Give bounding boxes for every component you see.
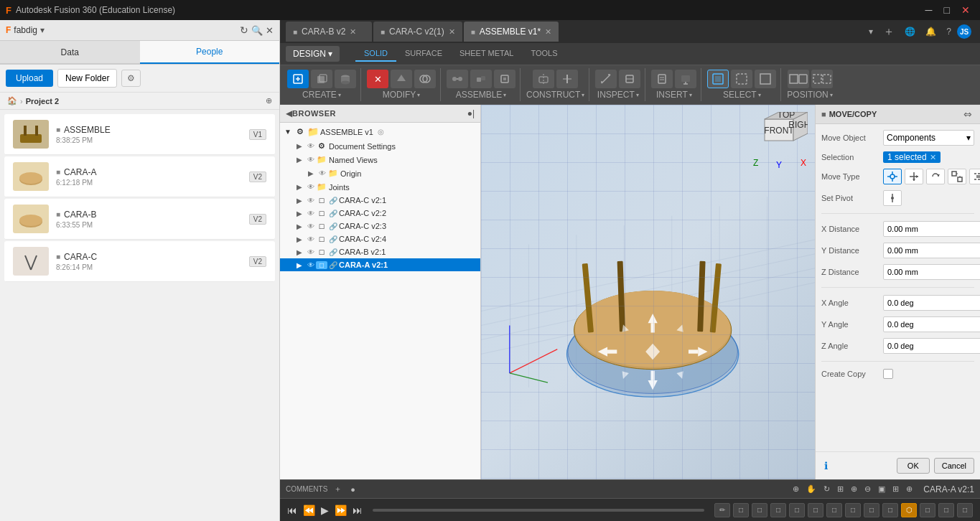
position-capture-icon[interactable] <box>788 70 809 88</box>
timeline-component-6-icon[interactable]: □ <box>826 503 842 517</box>
tab-data[interactable]: Data <box>0 41 140 64</box>
select-single-icon[interactable] <box>707 70 729 88</box>
file-item-cara-c[interactable]: ■ CARA-C 8:26:14 PM V2 <box>4 241 275 282</box>
cara-b-v2-1-eye-icon[interactable]: 👁 <box>307 248 314 256</box>
comment-settings-button[interactable]: ● <box>348 485 358 494</box>
browser-options-button[interactable]: ● <box>467 108 472 118</box>
timeline-component-5-icon[interactable]: □ <box>808 503 823 517</box>
timeline-sketch-icon[interactable]: ✏ <box>714 503 730 517</box>
viewport-orbit-button[interactable]: ↻ <box>821 484 832 494</box>
cancel-button[interactable]: Cancel <box>934 458 974 474</box>
root-expand-icon[interactable]: ▼ <box>283 128 293 136</box>
move-type-free-icon[interactable] <box>883 169 902 184</box>
cara-a-v2-1-eye-icon[interactable]: 👁 <box>307 261 314 269</box>
create-cylinder-icon[interactable] <box>335 70 356 88</box>
viewport-grid-button[interactable]: ⊞ <box>890 484 901 494</box>
cara-c-v2-2-eye-icon[interactable]: 👁 <box>307 210 314 217</box>
user-dropdown-icon[interactable]: ▾ <box>40 25 45 35</box>
cara-c-v2-1-eye-icon[interactable]: 👁 <box>307 197 314 205</box>
position-ground-icon[interactable] <box>811 70 833 88</box>
close-button[interactable]: ✕ <box>957 4 974 16</box>
tree-item-cara-c-v2-3[interactable]: ▶ 👁 □ 🔗 CARA-C v2:3 <box>280 220 480 233</box>
joints-expand-icon[interactable]: ▶ <box>294 183 304 191</box>
cara-c-v2-4-expand-icon[interactable]: ▶ <box>294 235 304 243</box>
cara-c-v2-4-eye-icon[interactable]: 👁 <box>307 235 314 243</box>
select-window-icon[interactable] <box>731 70 752 88</box>
playback-prev-button[interactable]: ⏪ <box>303 504 315 516</box>
timeline-component-8-icon[interactable]: □ <box>864 503 879 517</box>
timeline-component-2-icon[interactable]: □ <box>752 503 767 517</box>
position-dropdown-icon[interactable]: ▾ <box>830 92 833 98</box>
origin-eye-icon[interactable]: 👁 <box>319 169 326 177</box>
tree-item-cara-a-v2-1[interactable]: ▶ 👁 □ 🔗 CARA-A v2:1 <box>280 258 480 271</box>
modify-combine-icon[interactable] <box>414 70 436 88</box>
modify-dropdown-icon[interactable]: ▾ <box>417 92 420 98</box>
z-distance-input[interactable] <box>883 264 980 280</box>
construct-axis-icon[interactable] <box>556 70 578 88</box>
settings-icon-button[interactable]: ⚙ <box>121 70 141 87</box>
cara-c-v2-1-expand-icon[interactable]: ▶ <box>294 197 304 205</box>
cara-a-v2-1-expand-icon[interactable]: ▶ <box>294 261 304 269</box>
timeline-component-3-icon[interactable]: □ <box>770 503 786 517</box>
cara-c-v2-3-expand-icon[interactable]: ▶ <box>294 222 304 230</box>
tab-cara-b-v2[interactable]: ■ CARA-B v2 ✕ <box>286 22 372 42</box>
assemble-component-icon[interactable] <box>494 70 515 88</box>
browser-close-button[interactable]: | <box>472 108 475 118</box>
upload-button[interactable]: Upload <box>6 70 53 87</box>
set-pivot-button[interactable] <box>883 190 902 206</box>
help-button[interactable]: ? <box>942 27 956 37</box>
tree-item-origin[interactable]: ▶ 👁 📁 Origin <box>280 166 480 180</box>
create-box-icon[interactable] <box>311 70 332 88</box>
origin-expand-icon[interactable]: ▶ <box>306 169 316 177</box>
add-comment-button[interactable]: ＋ <box>332 484 344 494</box>
assemble-dropdown-icon[interactable]: ▾ <box>503 92 506 98</box>
timeline-active-icon[interactable]: ⬡ <box>901 503 917 517</box>
playback-next-button[interactable]: ⏩ <box>335 504 347 516</box>
tab-cara-c-v2-1[interactable]: ■ CARA-C v2(1) ✕ <box>373 22 462 42</box>
tree-item-cara-b-v2-1[interactable]: ▶ 👁 □ 🔗 CARA-B v2:1 <box>280 245 480 258</box>
tree-item-cara-c-v2-4[interactable]: ▶ 👁 □ 🔗 CARA-C v2:4 <box>280 233 480 245</box>
browser-collapse-button[interactable]: ◀ <box>286 108 292 118</box>
viewport-zoom-out-button[interactable]: ⊖ <box>862 484 873 494</box>
cara-b-v2-1-expand-icon[interactable]: ▶ <box>294 248 304 256</box>
assemble-tab-close-icon[interactable]: ✕ <box>545 27 551 37</box>
modify-push-pull-icon[interactable] <box>391 70 412 88</box>
doc-settings-expand-icon[interactable]: ▶ <box>294 142 304 150</box>
move-type-rotate-icon[interactable] <box>926 169 945 184</box>
playback-to-start-button[interactable]: ⏮ <box>287 504 297 516</box>
tab-dropdown-button[interactable]: ▾ <box>864 27 877 37</box>
inspect-dropdown-icon[interactable]: ▾ <box>636 92 639 98</box>
tree-root-assemble[interactable]: ▼ ⚙ 📁 ASSEMBLE v1 ◎ <box>280 124 480 139</box>
left-panel-close-button[interactable]: ✕ <box>266 25 274 36</box>
tree-item-named-views[interactable]: ▶ 👁 📁 Named Views <box>280 153 480 166</box>
timeline-component-10-icon[interactable]: □ <box>920 503 935 517</box>
create-new-icon[interactable] <box>287 70 309 88</box>
named-views-eye-icon[interactable]: 👁 <box>307 156 314 164</box>
breadcrumb-home-icon[interactable]: 🏠 <box>7 96 17 105</box>
timeline-component-7-icon[interactable]: □ <box>845 503 861 517</box>
new-folder-button[interactable]: New Folder <box>57 69 117 88</box>
window-controls[interactable]: ─ □ ✕ <box>921 4 974 16</box>
tab-add-button[interactable]: ＋ <box>879 24 899 39</box>
breadcrumb-project[interactable]: Project 2 <box>26 97 59 105</box>
move-type-translate-icon[interactable] <box>905 169 923 184</box>
viewport-zoom-in-button[interactable]: ⊕ <box>849 484 859 494</box>
selection-clear-button[interactable]: ✕ <box>930 153 936 162</box>
move-type-align-icon[interactable] <box>969 169 980 184</box>
tree-item-doc-settings[interactable]: ▶ 👁 ⚙ Document Settings <box>280 139 480 153</box>
move-type-scale-icon[interactable] <box>948 169 966 184</box>
joints-eye-icon[interactable]: 👁 <box>307 183 314 191</box>
insert-dropdown-icon[interactable]: ▾ <box>689 92 692 98</box>
construct-plane-icon[interactable] <box>533 70 554 88</box>
tab-sheet-metal[interactable]: SHEET METAL <box>451 46 522 62</box>
maximize-button[interactable]: □ <box>940 4 954 16</box>
viewport-more-button[interactable]: ⊕ <box>904 484 915 494</box>
move-object-dropdown[interactable]: Components ▾ <box>883 130 974 146</box>
doc-settings-eye-icon[interactable]: 👁 <box>307 142 314 150</box>
tree-item-cara-c-v2-1[interactable]: ▶ 👁 □ 🔗 CARA-C v2:1 <box>280 194 480 207</box>
construct-dropdown-icon[interactable]: ▾ <box>582 92 584 98</box>
playback-play-button[interactable]: ▶ <box>321 504 329 516</box>
x-angle-input[interactable] <box>883 295 980 311</box>
refresh-button[interactable]: ↻ <box>240 24 248 36</box>
move-panel-expand-button[interactable]: ⇔ <box>961 108 974 120</box>
